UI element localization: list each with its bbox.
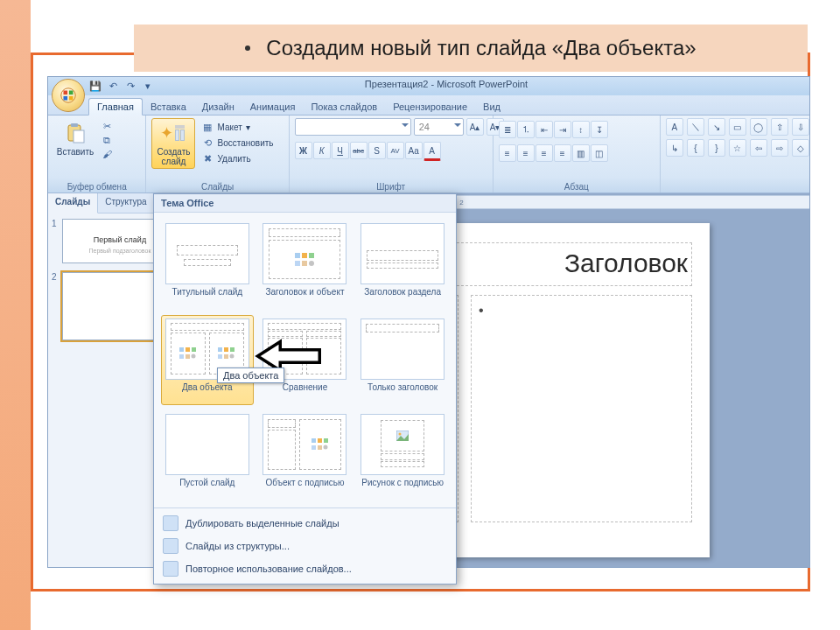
- line-spacing-button[interactable]: ↕: [572, 121, 590, 138]
- office-button[interactable]: [52, 79, 85, 112]
- svg-marker-35: [258, 342, 319, 370]
- layout-title-content[interactable]: Заголовок и объект: [259, 220, 352, 310]
- font-size-value: 24: [419, 122, 430, 132]
- right-content-placeholder[interactable]: •: [471, 295, 692, 522]
- shape-brace2[interactable]: }: [708, 139, 725, 157]
- svg-rect-9: [302, 253, 307, 258]
- text-direction-button[interactable]: ↧: [591, 121, 608, 138]
- tab-design[interactable]: Дизайн: [194, 99, 242, 115]
- layout-two-content[interactable]: Два объекта: [161, 315, 254, 405]
- slides-from-outline-item[interactable]: Слайды из структуры...: [159, 535, 451, 557]
- cut-icon[interactable]: ✂: [101, 120, 113, 132]
- duplicate-slides-item[interactable]: Дублировать выделенные слайды: [159, 512, 451, 535]
- font-family-combo[interactable]: [295, 118, 411, 136]
- svg-point-19: [191, 354, 195, 358]
- italic-button[interactable]: К: [313, 142, 331, 159]
- shape-line[interactable]: ＼: [687, 118, 704, 136]
- paragraph-group-label: Абзац: [499, 182, 654, 192]
- bullets-button[interactable]: ≣: [499, 121, 516, 138]
- layout-picture-caption[interactable]: Рисунок с подписью: [356, 410, 449, 500]
- layout-content-caption[interactable]: Объект с подписью: [259, 410, 352, 500]
- delete-button[interactable]: ✖Удалить: [199, 151, 276, 165]
- qat-undo-icon[interactable]: ↶: [106, 80, 120, 94]
- shape-brace[interactable]: {: [687, 139, 704, 157]
- layout-label: Только заголовок: [368, 382, 438, 402]
- shape-connector[interactable]: ↳: [666, 139, 683, 157]
- font-size-combo[interactable]: 24: [414, 118, 464, 136]
- new-slide-button[interactable]: ✦ Создать слайд: [151, 118, 195, 169]
- font-group-label: Шрифт: [295, 182, 487, 192]
- svg-rect-7: [74, 130, 84, 143]
- justify-button[interactable]: ≡: [554, 144, 571, 162]
- svg-rect-23: [218, 354, 222, 359]
- delete-label: Удалить: [217, 154, 250, 164]
- char-spacing-button[interactable]: AV: [387, 142, 404, 159]
- shadow-button[interactable]: S: [368, 142, 386, 159]
- layout-label: Сравнение: [283, 382, 327, 402]
- shape-oval[interactable]: ◯: [750, 118, 767, 136]
- shape-textbox[interactable]: A: [666, 118, 683, 136]
- layout-blank[interactable]: Пустой слайд: [161, 410, 254, 500]
- svg-rect-21: [224, 347, 228, 352]
- svg-rect-17: [179, 354, 184, 359]
- group-font: 24 A▴ A▾ Ж К Ч abc S AV Aa A Ш: [290, 116, 494, 192]
- tab-animation[interactable]: Анимация: [242, 99, 304, 115]
- columns-button[interactable]: ▥: [572, 144, 590, 162]
- strike-button[interactable]: abc: [350, 142, 368, 159]
- paste-label: Вставить: [57, 147, 94, 157]
- tab-outline[interactable]: Структура: [98, 193, 154, 213]
- tab-slides-thumbs[interactable]: Слайды: [48, 193, 98, 214]
- svg-rect-2: [69, 91, 74, 95]
- svg-rect-11: [295, 261, 300, 266]
- align-left-button[interactable]: ≡: [499, 144, 516, 162]
- layout-section-header[interactable]: Заголовок раздела: [356, 220, 449, 310]
- layout-button[interactable]: ▦Макет ▾: [199, 120, 276, 134]
- tab-insert[interactable]: Вставка: [143, 99, 194, 115]
- new-slide-icon: ✦: [160, 121, 186, 145]
- shape-leftarrow[interactable]: ⇦: [750, 139, 767, 157]
- reset-button[interactable]: ⟲Восстановить: [199, 136, 276, 150]
- svg-point-31: [324, 444, 328, 449]
- increase-indent-button[interactable]: ⇥: [554, 121, 571, 138]
- delete-icon: ✖: [201, 152, 214, 164]
- paste-button[interactable]: Вставить: [53, 118, 97, 159]
- align-center-button[interactable]: ≡: [517, 144, 535, 162]
- qat-save-icon[interactable]: 💾: [88, 80, 102, 94]
- svg-rect-29: [312, 445, 316, 450]
- copy-icon[interactable]: ⧉: [101, 134, 113, 146]
- office-logo-icon: [59, 86, 78, 105]
- svg-rect-27: [318, 438, 322, 443]
- smartart-button[interactable]: ◫: [591, 144, 608, 162]
- grow-font-button[interactable]: A▴: [466, 118, 484, 136]
- shape-down-arrow[interactable]: ⇩: [792, 118, 809, 136]
- shape-arrow[interactable]: ↘: [708, 118, 725, 136]
- tab-view[interactable]: Вид: [475, 99, 508, 115]
- reuse-slides-item[interactable]: Повторное использование слайдов...: [159, 557, 451, 580]
- shape-rect[interactable]: ▭: [729, 118, 746, 136]
- new-slide-label: Создать слайд: [157, 147, 190, 166]
- change-case-button[interactable]: Aa: [405, 142, 423, 159]
- title-bar: 💾 ↶ ↷ ▾ Презентация2 - Microsoft PowerPo…: [48, 77, 809, 95]
- tab-review[interactable]: Рецензирование: [385, 99, 475, 115]
- underline-button[interactable]: Ч: [332, 142, 349, 159]
- svg-rect-16: [192, 347, 196, 352]
- tab-slideshow[interactable]: Показ слайдов: [303, 99, 385, 115]
- qat-redo-icon[interactable]: ↷: [123, 80, 137, 94]
- numbering-button[interactable]: ⒈: [517, 121, 535, 138]
- qat-customize-icon[interactable]: ▾: [141, 80, 155, 94]
- tab-home[interactable]: Главная: [88, 98, 143, 116]
- format-painter-icon[interactable]: 🖌: [101, 148, 113, 160]
- bold-button[interactable]: Ж: [295, 142, 312, 159]
- decrease-indent-button[interactable]: ⇤: [536, 121, 553, 138]
- shape-rightarrow[interactable]: ⇨: [771, 139, 788, 157]
- layout-label: Два объекта: [182, 382, 233, 402]
- layout-title-slide[interactable]: Титульный слайд: [161, 220, 254, 310]
- layout-title-only[interactable]: Только заголовок: [356, 315, 449, 405]
- shape-star[interactable]: ☆: [729, 139, 746, 157]
- svg-rect-3: [64, 96, 68, 101]
- shape-up-arrow[interactable]: ⇧: [771, 118, 788, 136]
- shape-diamond[interactable]: ◇: [792, 139, 809, 157]
- reuse-label: Повторное использование слайдов...: [186, 564, 352, 574]
- align-right-button[interactable]: ≡: [536, 144, 553, 162]
- font-color-button[interactable]: A: [424, 142, 441, 161]
